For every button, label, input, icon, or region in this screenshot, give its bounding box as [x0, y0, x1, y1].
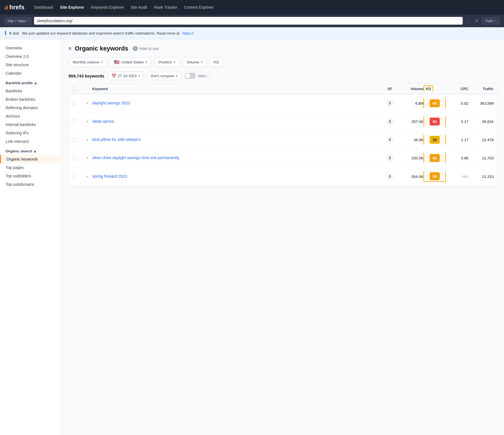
protocol-selector[interactable]: http + https ▾ — [4, 17, 32, 25]
row3-sf-cell: 4 — [381, 136, 398, 143]
protocol-label: http + https — [8, 19, 26, 23]
row3-kd-badge: 39 — [430, 136, 440, 144]
content-area: ≡ Organic keywords ? How to use Monthly … — [62, 39, 504, 435]
nav-rank-tracker[interactable]: Rank Tracker — [151, 3, 180, 11]
sidebar-item-calendar[interactable]: Calendar — [0, 69, 61, 77]
table-header: Keyword SF Volume KD CPC Traffic — [69, 84, 497, 94]
volume-filter[interactable]: Volume ▾ — [182, 57, 207, 67]
th-sf: SF — [381, 87, 398, 91]
row2-keyword-cell: sleep apnea — [92, 119, 381, 124]
row1-volume: 4.8M — [398, 101, 423, 106]
table-row: + when does daylight savings time end pe… — [69, 149, 497, 167]
monthly-volume-filter[interactable]: Monthly volume ▾ — [68, 57, 107, 67]
sidebar-item-anchors[interactable]: Anchors — [0, 112, 61, 120]
nav-keywords-explorer[interactable]: Keywords Explorer — [88, 3, 127, 11]
compare-selector[interactable]: Don't compare ▾ — [147, 72, 181, 80]
url-bar: http + https ▾ ⬚ ✕ Path ▾ — [0, 15, 504, 27]
volume-label: Volume — [187, 60, 199, 64]
sidebar-item-top-pages[interactable]: Top pages — [0, 163, 61, 172]
sidebar-item-link-intersect[interactable]: Link intersect — [0, 137, 61, 146]
logo[interactable]: a hrefs — [4, 3, 24, 11]
row5-sf-badge: 3 — [386, 173, 393, 180]
row2-add-button[interactable]: + — [82, 119, 92, 124]
calendar-icon: 📅 — [111, 74, 116, 78]
nav-site-audit[interactable]: Site Audit — [128, 3, 150, 11]
position-filter[interactable]: Position ▾ — [154, 57, 180, 67]
row4-checkbox[interactable] — [72, 156, 77, 160]
row3-sf-badge: 4 — [386, 136, 393, 143]
row5-sf-cell: 3 — [381, 173, 398, 180]
row5-volume: 554.0K — [398, 175, 423, 179]
row2-checkbox[interactable] — [72, 119, 77, 124]
url-input[interactable] — [37, 19, 460, 23]
table-row: + daylight savings 2023 3 4.8M 65 0.02 3… — [69, 94, 497, 113]
banner-link[interactable]: https:// — [182, 31, 194, 35]
how-to-use-link[interactable]: ? How to use — [133, 46, 159, 51]
banner-message: We just updated our keyword database and… — [22, 31, 180, 35]
row3-keyword-link[interactable]: best pillow for side sleepers — [92, 137, 141, 142]
row5-checkbox[interactable] — [72, 174, 77, 179]
table-row: + sleep apnea 3 357.0K 93 0.17 26,824 — [69, 113, 497, 131]
path-label: Path — [485, 19, 493, 23]
kd-filter-label: KD — [214, 60, 219, 64]
row4-sf-badge: 2 — [386, 154, 393, 162]
row4-checkbox-cell — [72, 156, 82, 160]
date-selector[interactable]: 📅 27 Jul 2023 ▾ — [108, 72, 144, 80]
row1-sf-badge: 3 — [386, 100, 393, 107]
sidebar-item-top-subdomains[interactable]: Top subdomains — [0, 180, 61, 189]
sidebar-item-overview-2[interactable]: Overview 2.0 — [0, 52, 61, 61]
row2-keyword-link[interactable]: sleep apnea — [92, 119, 114, 123]
compare-label: Don't compare — [151, 74, 174, 78]
compare-caret: ▾ — [176, 74, 178, 78]
row5-keyword-link[interactable]: spring forward 2023 — [92, 174, 127, 178]
clear-url-button[interactable]: ✕ — [474, 17, 480, 25]
hamburger-icon[interactable]: ≡ — [68, 46, 72, 52]
nav-links: Dashboard Site Explorer Keywords Explore… — [31, 3, 216, 11]
country-filter[interactable]: 🇺🇸 United States ▾ — [110, 57, 152, 67]
kd-filter[interactable]: KD — [210, 57, 223, 67]
select-all-checkbox[interactable] — [72, 86, 77, 91]
nav-site-explorer[interactable]: Site Explorer — [57, 3, 87, 11]
th-traffic: Traffic — [468, 87, 494, 91]
sidebar-item-top-subfolders[interactable]: Top subfolders — [0, 172, 61, 180]
sidebar-item-referring-domains[interactable]: Referring domains — [0, 104, 61, 112]
row1-keyword-link[interactable]: daylight savings 2023 — [92, 101, 130, 105]
row4-keyword-link[interactable]: when does daylight savings time end perm… — [92, 155, 179, 160]
open-external-button[interactable]: ⬚ — [465, 17, 471, 25]
country-caret: ▾ — [146, 60, 147, 64]
row2-sf-badge: 3 — [386, 118, 393, 125]
row1-traffic: 363,599 — [468, 101, 494, 106]
path-caret: ▾ — [494, 19, 496, 23]
main-toggle[interactable] — [185, 73, 196, 79]
sidebar-item-overview[interactable]: Overview — [0, 44, 61, 52]
row4-add-button[interactable]: + — [82, 155, 92, 161]
country-label: United States — [121, 60, 144, 64]
row3-add-button[interactable]: + — [82, 137, 92, 142]
row1-add-button[interactable]: + — [82, 101, 92, 106]
date-caret: ▾ — [138, 74, 140, 78]
us-flag-icon: 🇺🇸 — [114, 59, 120, 65]
nav-content-explorer[interactable]: Content Explorer — [181, 3, 216, 11]
path-selector[interactable]: Path ▾ — [482, 17, 500, 25]
row3-checkbox[interactable] — [72, 138, 77, 142]
logo-text: hrefs — [9, 4, 24, 11]
protocol-caret: ▾ — [27, 19, 29, 23]
sidebar-item-internal-backlinks[interactable]: Internal backlinks — [0, 120, 61, 129]
row4-sf-cell: 2 — [381, 154, 398, 162]
table-row: + spring forward 2023 3 554.0K 55 N/A 21… — [69, 167, 497, 186]
sidebar-item-broken-backlinks[interactable]: Broken backlinks — [0, 95, 61, 104]
row5-add-button[interactable]: + — [82, 174, 92, 179]
th-volume: Volume — [398, 87, 423, 91]
row4-kd-badge: 68 — [430, 154, 440, 162]
row5-keyword-cell: spring forward 2023 — [92, 174, 381, 179]
row1-kd-badge: 65 — [430, 99, 440, 107]
nav-dashboard[interactable]: Dashboard — [31, 3, 56, 11]
sidebar-item-referring-ips[interactable]: Referring IPs — [0, 129, 61, 137]
row2-volume: 357.0K — [398, 120, 423, 124]
row5-kd-cell: 55 — [423, 171, 446, 182]
th-keyword: Keyword — [92, 87, 381, 91]
sidebar-item-site-structure[interactable]: Site structure — [0, 61, 61, 69]
row1-checkbox[interactable] — [72, 101, 77, 106]
sidebar-item-backlinks[interactable]: Backlinks — [0, 87, 61, 95]
sidebar-item-organic-keywords[interactable]: Organic keywords — [0, 155, 61, 163]
